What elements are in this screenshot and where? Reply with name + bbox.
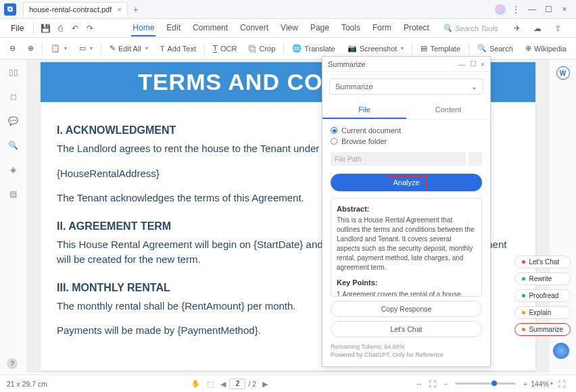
- abstract-text: This is a House Rental Agreement that ou…: [337, 216, 474, 271]
- attachment-icon[interactable]: ▤: [7, 188, 20, 200]
- panel-tab-file[interactable]: File: [322, 101, 406, 119]
- file-menu[interactable]: File: [5, 24, 29, 33]
- search-tools-input[interactable]: 🔍 Search Tools: [443, 24, 498, 32]
- panel-title: Summarize: [328, 60, 454, 68]
- summarize-panel: Summarize — ☐ × Summarize ⌄ File Content…: [322, 56, 491, 367]
- summarize-mode-select[interactable]: Summarize ⌄: [329, 78, 483, 95]
- radio-icon: [331, 127, 337, 134]
- share-icon[interactable]: ⇪: [550, 21, 565, 36]
- translate-button[interactable]: 🌐 Translate: [288, 42, 339, 55]
- search-rail-icon[interactable]: 🔍: [7, 139, 20, 151]
- menu-tools[interactable]: Tools: [340, 20, 362, 36]
- add-tab-button[interactable]: +: [133, 4, 139, 15]
- search-button[interactable]: 🔍 Search: [473, 42, 517, 55]
- page-number-input[interactable]: [229, 378, 245, 389]
- print-icon[interactable]: ⎙: [53, 21, 68, 36]
- clipboard-button[interactable]: 📋▾: [47, 42, 71, 55]
- menu-form[interactable]: Form: [371, 20, 393, 36]
- zoom-in-icon[interactable]: +: [523, 380, 527, 388]
- select-tool-icon[interactable]: ⬚: [207, 380, 214, 388]
- page-total: / 2: [248, 380, 256, 388]
- highlight-annotation: [386, 176, 427, 189]
- zoom-dropdown-icon[interactable]: ▾: [550, 381, 553, 387]
- keypoints-label: Key Points:: [337, 278, 476, 288]
- profile-orb[interactable]: [495, 4, 506, 15]
- ai-assistant-icon[interactable]: [553, 343, 569, 359]
- fullscreen-icon[interactable]: ⛶: [558, 380, 566, 388]
- hand-tool-icon[interactable]: ✋: [191, 379, 200, 388]
- edit-all-button[interactable]: ✎ Edit All▾: [105, 42, 152, 55]
- panel-minimize-icon[interactable]: —: [458, 60, 466, 68]
- fit-page-icon[interactable]: ⛶: [429, 380, 437, 388]
- menu-edit[interactable]: Edit: [165, 20, 182, 36]
- cloud-icon[interactable]: ☁: [530, 21, 545, 36]
- file-path-input: File Path: [331, 152, 466, 166]
- pill-explain[interactable]: Explain: [514, 306, 571, 319]
- panel-tab-content[interactable]: Content: [406, 101, 490, 119]
- redo-icon[interactable]: ↷: [82, 21, 97, 36]
- help-icon[interactable]: ?: [7, 358, 18, 369]
- comment-icon[interactable]: 💬: [7, 115, 20, 127]
- menu-convert[interactable]: Convert: [239, 20, 270, 36]
- word-export-icon[interactable]: W: [556, 66, 570, 80]
- pill-summarize[interactable]: Summarize: [514, 323, 571, 336]
- zoom-out-icon[interactable]: −: [443, 380, 448, 388]
- copy-response-button[interactable]: Copy Response: [331, 301, 482, 317]
- panel-close-icon[interactable]: ×: [481, 60, 485, 68]
- zoom-in-button[interactable]: ⊕: [24, 42, 38, 55]
- page-layout-button[interactable]: ▭▾: [75, 42, 97, 55]
- ocr-button[interactable]: T̲ OCR: [209, 42, 241, 55]
- pill-proofread[interactable]: Proofread: [514, 289, 571, 302]
- app-icon: ⧉: [4, 3, 16, 16]
- pill-rewrite[interactable]: Rewrite: [514, 272, 571, 285]
- browse-button: [469, 152, 482, 166]
- next-page-icon[interactable]: ▶: [262, 380, 268, 388]
- zoom-level: 144%: [531, 380, 549, 388]
- template-button[interactable]: ▤ Template: [416, 42, 464, 55]
- summary-result: Abstract: This is a House Rental Agreeme…: [331, 198, 482, 297]
- panel-maximize-icon[interactable]: ☐: [470, 59, 477, 68]
- tokens-remaining: Remaining Tokens: 94.68%: [331, 343, 482, 351]
- lets-chat-button[interactable]: Let's Chat: [331, 321, 482, 337]
- layers-icon[interactable]: ◈: [7, 164, 20, 176]
- zoom-slider[interactable]: [455, 383, 516, 385]
- menu-protect[interactable]: Protect: [402, 20, 431, 36]
- search-tools-placeholder: Search Tools: [455, 24, 498, 32]
- wikipedia-button[interactable]: ⊕ Wikipedia: [521, 42, 571, 55]
- minimize-icon[interactable]: —: [526, 3, 538, 16]
- abstract-label: Abstract:: [337, 204, 476, 214]
- close-tab-icon[interactable]: ×: [117, 5, 121, 14]
- prev-page-icon[interactable]: ◀: [220, 380, 226, 388]
- thumbnails-icon[interactable]: ▯▯: [7, 66, 20, 78]
- search-icon: 🔍: [443, 24, 452, 32]
- maximize-icon[interactable]: ☐: [542, 3, 554, 16]
- chevron-down-icon: ⌄: [471, 82, 477, 91]
- more-icon[interactable]: ⋮: [510, 3, 522, 16]
- zoom-out-button[interactable]: ⊖: [5, 42, 20, 55]
- save-icon[interactable]: 💾: [38, 21, 53, 36]
- radio-icon: [331, 138, 337, 145]
- menu-page[interactable]: Page: [309, 20, 331, 36]
- page-dimensions: 21 x 29.7 cm: [7, 380, 47, 388]
- send-icon[interactable]: ✈: [510, 21, 525, 36]
- menu-comment[interactable]: Comment: [191, 20, 229, 36]
- radio-current-document[interactable]: Current document: [331, 125, 482, 136]
- menu-view[interactable]: View: [279, 20, 299, 36]
- close-window-icon[interactable]: ×: [558, 3, 571, 16]
- add-text-button[interactable]: T Add Text: [156, 43, 200, 55]
- keypoint-1: 1.Agreement covers the rental of a house…: [337, 291, 460, 297]
- menu-home[interactable]: Home: [131, 20, 155, 36]
- crop-button[interactable]: ⿻ Crop: [245, 43, 279, 55]
- undo-icon[interactable]: ↶: [68, 21, 82, 36]
- document-tab[interactable]: house-rental-contract.pdf ×: [23, 2, 128, 17]
- pill-lets-chat[interactable]: Let's Chat: [514, 255, 571, 268]
- tab-title: house-rental-contract.pdf: [29, 5, 112, 14]
- analyze-button[interactable]: Analyze: [331, 174, 482, 191]
- screenshot-button[interactable]: 📷 Screenshot▾: [343, 42, 408, 55]
- bookmark-icon[interactable]: ◻: [7, 91, 20, 103]
- fit-width-icon[interactable]: ↔: [415, 380, 423, 388]
- radio-browse-folder[interactable]: Browse folder: [331, 136, 482, 147]
- powered-by: Powered by ChatGPT, Only for Reference: [331, 351, 482, 360]
